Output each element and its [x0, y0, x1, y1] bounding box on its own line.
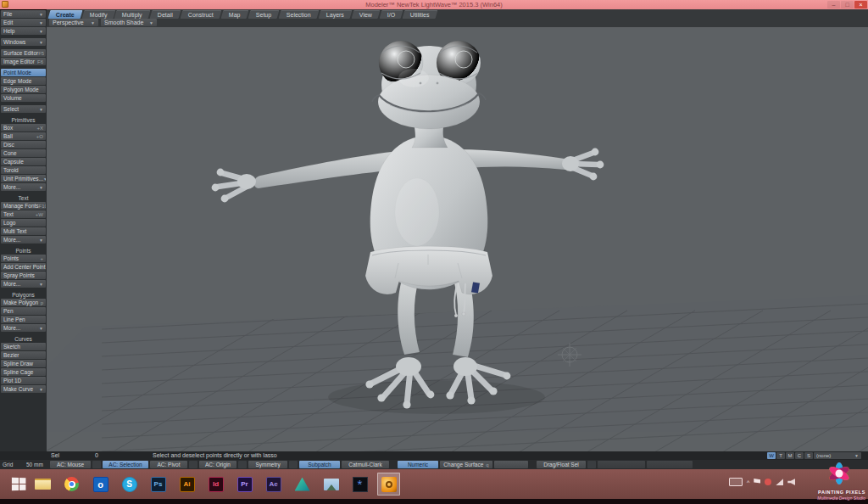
sidebar-item-surface-editor[interactable]: Surface EditorF5	[1, 49, 46, 57]
taskbar-indesign[interactable]: Id	[204, 473, 227, 496]
tab-io[interactable]: I/O	[379, 10, 403, 19]
sidebar-item-bezier[interactable]: Bezier	[1, 351, 46, 359]
taskbar-after-effects[interactable]: Ae	[262, 473, 285, 496]
sidebar-item-box[interactable]: Box+X	[1, 124, 46, 132]
after-effects-icon: Ae	[266, 477, 281, 492]
sidebar-item-text-more[interactable]: More...▼	[1, 236, 46, 244]
touch-keyboard-icon[interactable]	[729, 478, 743, 486]
vmap-weight-button[interactable]: W	[767, 452, 776, 459]
minimize-button[interactable]: –	[827, 1, 840, 8]
subpatch-button[interactable]: Subpatch	[299, 461, 340, 468]
sidebar-item-point-mode[interactable]: Point Mode	[1, 69, 46, 76]
sidebar-item-capsule[interactable]: Capsule	[1, 158, 46, 165]
tab-multiply[interactable]: Multiply	[114, 10, 151, 19]
sidebar-item-spline-cage[interactable]: Spline Cage	[1, 368, 46, 376]
sidebar-item-points-more[interactable]: More...▼	[1, 280, 46, 288]
toolbar-blank-button[interactable]	[647, 461, 693, 468]
action-center-flag-icon[interactable]	[754, 479, 760, 485]
taskbar-design-app[interactable]	[291, 473, 314, 496]
skype-icon: S	[122, 477, 137, 492]
tab-utilities[interactable]: Utilities	[403, 10, 437, 19]
bottom-edge-strip	[0, 499, 868, 504]
sidebar-item-line-pen[interactable]: Line Pen	[1, 316, 46, 323]
sidebar-item-ball[interactable]: Ball+O	[1, 132, 46, 140]
taskbar-skype[interactable]: S	[118, 473, 141, 496]
sidebar-item-select[interactable]: Select▼	[1, 105, 46, 113]
sidebar-item-make-curve[interactable]: Make Curve▼	[1, 385, 46, 393]
sidebar-item-spline-draw[interactable]: Spline Draw	[1, 360, 46, 367]
shading-mode-dropdown[interactable]: Smooth Shade ▼	[101, 19, 157, 26]
sidebar-item-edit[interactable]: Edit▼	[1, 19, 46, 26]
taskbar-photos[interactable]	[320, 473, 342, 496]
toolbar-blank-button[interactable]	[494, 461, 528, 468]
ac-mouse-button[interactable]: AC: Mouse	[50, 461, 91, 468]
catmull-clark-button[interactable]: Catmull-Clark	[342, 461, 389, 468]
vmap-texture-button[interactable]: T	[776, 452, 785, 459]
tab-create[interactable]: Create	[48, 10, 83, 19]
show-hidden-icons[interactable]: ^	[747, 479, 749, 485]
start-button[interactable]	[8, 475, 29, 493]
tab-layers[interactable]: Layers	[318, 10, 352, 19]
taskbar-photoshop[interactable]: Ps	[147, 473, 170, 496]
tab-modify[interactable]: Modify	[81, 10, 114, 19]
tab-setup[interactable]: Setup	[248, 10, 279, 19]
sidebar-item-add-center-point[interactable]: Add Center Point	[1, 263, 46, 271]
tab-view[interactable]: View	[351, 10, 380, 19]
numeric-button[interactable]: Numeric	[398, 461, 438, 468]
volume-icon[interactable]	[787, 479, 795, 485]
vmap-morph-button[interactable]: M	[786, 452, 794, 459]
ac-selection-button[interactable]: AC: Selection	[103, 461, 148, 468]
sidebar-item-pen[interactable]: Pen	[1, 307, 46, 315]
sidebar-item-multi-text[interactable]: Multi Text	[1, 227, 46, 235]
sidebar-item-points[interactable]: Points+	[1, 255, 46, 262]
sidebar-item-logo[interactable]: Logo	[1, 219, 46, 227]
sidebar-item-text[interactable]: Text+W	[1, 210, 46, 218]
viewport-3d[interactable]	[47, 27, 868, 451]
sidebar-item-image-editor[interactable]: Image EditorF6	[1, 58, 46, 65]
tab-selection[interactable]: Selection	[279, 10, 320, 19]
taskbar-lightwave-modeler[interactable]	[377, 473, 400, 496]
tool-sidebar: File▼ Edit▼ Help▼ Windows▼ Surface Edito…	[0, 10, 47, 451]
taskbar-chrome[interactable]	[60, 473, 83, 496]
sidebar-item-unit-primitives[interactable]: Unit Primitives...▼	[1, 175, 46, 182]
view-mode-dropdown[interactable]: Perspective ▼	[49, 19, 98, 26]
ac-pivot-button[interactable]: AC: Pivot	[150, 461, 187, 468]
sidebar-item-cone[interactable]: Cone	[1, 149, 46, 157]
tab-construct[interactable]: Construct	[181, 10, 222, 19]
section-header-polygons: Polygons	[1, 291, 46, 299]
taskbar-file-explorer[interactable]	[31, 473, 54, 496]
sidebar-item-polygons-more[interactable]: More...▼	[1, 324, 46, 332]
symmetry-button[interactable]: Symmetry	[248, 461, 287, 468]
sidebar-item-disc[interactable]: Disc	[1, 141, 46, 148]
sidebar-item-plot-1d[interactable]: Plot 1D	[1, 377, 46, 384]
ac-origin-button[interactable]: AC: Origin	[199, 461, 236, 468]
sidebar-item-file[interactable]: File▼	[1, 10, 46, 18]
alert-icon[interactable]	[765, 479, 771, 485]
sidebar-item-windows[interactable]: Windows▼	[1, 38, 46, 46]
taskbar-fan-utility[interactable]: *	[348, 473, 371, 496]
taskbar-outlook[interactable]: o	[89, 473, 112, 496]
change-surface-button[interactable]: Change Surfaceq	[440, 461, 492, 468]
sidebar-item-help[interactable]: Help▼	[1, 27, 46, 35]
tab-map[interactable]: Map	[221, 10, 248, 19]
maximize-button[interactable]: □	[841, 1, 854, 8]
sidebar-item-spray-points[interactable]: Spray Points	[1, 272, 46, 279]
sidebar-item-volume[interactable]: Volume	[1, 94, 46, 102]
sidebar-item-toroid[interactable]: Toroid	[1, 166, 46, 174]
sidebar-item-primitives-more[interactable]: More...▼	[1, 183, 46, 191]
taskbar-premiere[interactable]: Pr	[233, 473, 256, 496]
drag-float-sel-button[interactable]: Drag/Float Sel	[537, 461, 586, 468]
taskbar-illustrator[interactable]: Ai	[175, 473, 198, 496]
sidebar-item-manage-fonts[interactable]: Manage FontsF10	[1, 202, 46, 210]
sidebar-item-edge-mode[interactable]: Edge Mode	[1, 77, 46, 85]
close-button[interactable]: ×	[854, 1, 867, 8]
lightwave-modeler-icon	[381, 477, 397, 492]
sidebar-item-polygon-mode[interactable]: Polygon Mode	[1, 86, 46, 93]
sidebar-item-make-polygon[interactable]: Make Polygonp	[1, 299, 46, 306]
network-icon[interactable]	[776, 479, 783, 485]
chevron-down-icon: ▼	[39, 12, 43, 17]
toolbar-stub	[289, 461, 298, 468]
toolbar-blank-button[interactable]	[598, 461, 645, 468]
tab-detail[interactable]: Detail	[150, 10, 181, 19]
sidebar-item-sketch[interactable]: Sketch	[1, 343, 46, 350]
